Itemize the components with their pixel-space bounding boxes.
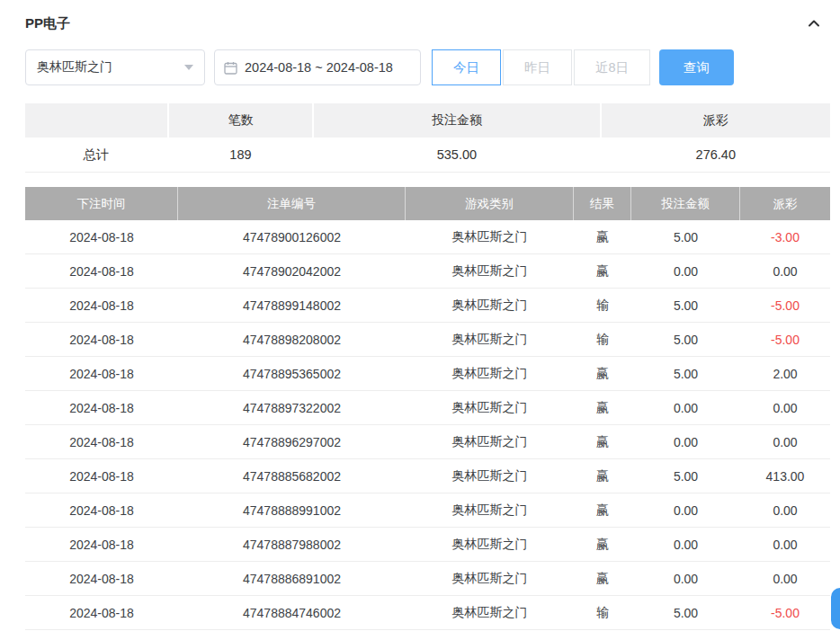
cell-time: 2024-08-18 — [25, 493, 178, 527]
table-row: 2024-08-1847478884746002奥林匹斯之门输5.00-5.00 — [25, 596, 830, 630]
cell-bet-amount: 5.00 — [631, 323, 740, 356]
table-row: 2024-08-1847478887988002奥林匹斯之门赢0.000.00 — [25, 528, 830, 562]
table-row: 2024-08-1847478895365002奥林匹斯之门赢5.002.00 — [25, 357, 830, 391]
cell-time: 2024-08-18 — [25, 528, 178, 561]
chevron-down-icon — [184, 65, 193, 70]
query-button[interactable]: 查询 — [659, 49, 734, 85]
cell-game: 奥林匹斯之门 — [406, 391, 574, 424]
yesterday-button[interactable]: 昨日 — [503, 49, 572, 85]
cell-time: 2024-08-18 — [25, 357, 178, 390]
summary-total-row: 总计 189 535.00 276.40 — [25, 138, 830, 173]
game-select[interactable]: 奥林匹斯之门 — [25, 49, 205, 85]
calendar-icon — [224, 61, 237, 75]
cell-bet-id: 47478902042002 — [178, 254, 406, 288]
cell-result: 赢 — [574, 562, 631, 595]
cell-bet-amount: 5.00 — [631, 357, 740, 390]
col-header-bet-id: 注单编号 — [178, 187, 406, 220]
table-row: 2024-08-1847478902042002奥林匹斯之门赢0.000.00 — [25, 254, 830, 289]
col-header-result: 结果 — [574, 187, 631, 220]
pp-electronic-panel: PP电子 奥林匹斯之门 2024-08-18 ~ 2024-08-18 今日 昨… — [0, 0, 840, 630]
cell-result: 赢 — [574, 459, 631, 493]
cell-result: 输 — [574, 289, 631, 322]
cell-payout: 0.00 — [740, 493, 830, 527]
cell-payout: 0.00 — [740, 391, 830, 424]
table-row: 2024-08-1847478898208002奥林匹斯之门输5.00-5.00 — [25, 323, 830, 357]
last8days-button[interactable]: 近8日 — [574, 49, 650, 85]
cell-game: 奥林匹斯之门 — [406, 323, 574, 356]
cell-payout: 2.00 — [740, 357, 830, 390]
cell-result: 输 — [574, 323, 631, 356]
cell-time: 2024-08-18 — [25, 289, 178, 322]
cell-game: 奥林匹斯之门 — [406, 596, 574, 629]
table-row: 2024-08-1847478885682002奥林匹斯之门赢5.00413.0… — [25, 459, 830, 493]
summary-header-empty — [25, 103, 167, 138]
cell-bet-amount: 0.00 — [631, 528, 740, 561]
cell-result: 赢 — [574, 220, 631, 253]
game-select-value: 奥林匹斯之门 — [37, 59, 112, 76]
cell-bet-id: 47478887988002 — [178, 528, 406, 561]
cell-bet-amount: 5.00 — [631, 289, 740, 322]
table-row: 2024-08-1847478888991002奥林匹斯之门赢0.000.00 — [25, 493, 830, 528]
cell-bet-id: 47478899148002 — [178, 289, 406, 322]
table-row: 2024-08-1847478900126002奥林匹斯之门赢5.00-3.00 — [25, 220, 830, 254]
summary-header-row: 笔数 投注金额 派彩 — [25, 103, 830, 138]
date-range-input[interactable]: 2024-08-18 ~ 2024-08-18 — [214, 49, 421, 85]
cell-time: 2024-08-18 — [25, 391, 178, 424]
floating-widget-button[interactable] — [831, 588, 840, 629]
cell-game: 奥林匹斯之门 — [406, 562, 574, 595]
cell-time: 2024-08-18 — [25, 596, 178, 629]
cell-bet-amount: 5.00 — [631, 220, 740, 253]
cell-payout: 0.00 — [740, 254, 830, 288]
cell-bet-amount: 0.00 — [631, 493, 740, 527]
cell-bet-id: 47478895365002 — [178, 357, 406, 390]
cell-payout: -3.00 — [740, 220, 830, 253]
summary-table: 笔数 投注金额 派彩 总计 189 535.00 276.40 — [25, 103, 830, 173]
table-row: 2024-08-1847478897322002奥林匹斯之门赢0.000.00 — [25, 391, 830, 425]
cell-bet-amount: 0.00 — [631, 254, 740, 288]
cell-bet-amount: 0.00 — [631, 391, 740, 424]
cell-payout: 413.00 — [740, 459, 830, 493]
cell-time: 2024-08-18 — [25, 562, 178, 595]
cell-payout: -5.00 — [740, 323, 830, 356]
cell-result: 赢 — [574, 391, 631, 424]
cell-result: 赢 — [574, 254, 631, 288]
table-row: 2024-08-1847478896297002奥林匹斯之门赢0.000.00 — [25, 425, 830, 459]
col-header-time: 下注时间 — [25, 187, 178, 220]
cell-game: 奥林匹斯之门 — [406, 220, 574, 253]
panel-title: PP电子 — [25, 15, 70, 32]
summary-header-bet: 投注金额 — [314, 103, 599, 138]
cell-time: 2024-08-18 — [25, 459, 178, 493]
chevron-up-icon[interactable] — [805, 14, 823, 32]
cell-payout: 0.00 — [740, 562, 830, 595]
cell-payout: -5.00 — [740, 596, 830, 629]
filter-bar: 奥林匹斯之门 2024-08-18 ~ 2024-08-18 今日 昨日 近8日… — [25, 49, 830, 85]
today-button[interactable]: 今日 — [432, 49, 501, 85]
cell-bet-id: 47478897322002 — [178, 391, 406, 424]
cell-result: 赢 — [574, 425, 631, 458]
cell-time: 2024-08-18 — [25, 323, 178, 356]
cell-bet-amount: 0.00 — [631, 562, 740, 595]
cell-game: 奥林匹斯之门 — [406, 357, 574, 390]
col-header-game: 游戏类别 — [406, 187, 574, 220]
table-body: 2024-08-1847478900126002奥林匹斯之门赢5.00-3.00… — [25, 220, 830, 630]
summary-total-bet: 535.00 — [314, 138, 599, 172]
summary-header-count: 笔数 — [169, 103, 313, 138]
table-row: 2024-08-1847478899148002奥林匹斯之门输5.00-5.00 — [25, 289, 830, 323]
panel-header: PP电子 — [25, 12, 830, 35]
cell-bet-amount: 0.00 — [631, 425, 740, 458]
cell-game: 奥林匹斯之门 — [406, 254, 574, 288]
cell-payout: 0.00 — [740, 425, 830, 458]
summary-total-count: 189 — [169, 138, 313, 172]
cell-time: 2024-08-18 — [25, 425, 178, 458]
cell-time: 2024-08-18 — [25, 254, 178, 288]
date-range-value: 2024-08-18 ~ 2024-08-18 — [245, 60, 393, 75]
cell-game: 奥林匹斯之门 — [406, 289, 574, 322]
cell-payout: -5.00 — [740, 289, 830, 322]
cell-bet-amount: 5.00 — [631, 596, 740, 629]
summary-header-payout: 派彩 — [602, 103, 830, 138]
cell-bet-id: 47478886891002 — [178, 562, 406, 595]
cell-bet-id: 47478884746002 — [178, 596, 406, 629]
cell-bet-id: 47478900126002 — [178, 220, 406, 253]
cell-time: 2024-08-18 — [25, 220, 178, 253]
cell-game: 奥林匹斯之门 — [406, 425, 574, 458]
